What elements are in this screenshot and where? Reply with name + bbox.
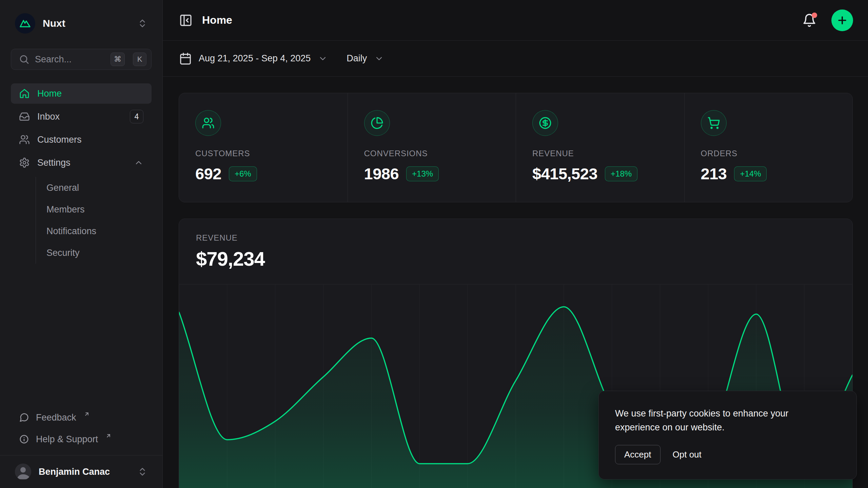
stat-delta-badge: +18% [605,166,637,181]
external-link-icon [105,433,112,439]
cookie-message: We use first-party cookies to enhance yo… [615,407,829,434]
search-icon [19,54,29,65]
dashboard-app: Nuxt ⌘ K Home Inb [0,0,868,488]
sidebar-footer: Feedback Help & Support [11,408,152,455]
sidebar-item-notifications[interactable]: Notifications [36,220,152,242]
avatar [15,464,31,480]
user-group-icon [195,110,221,136]
stat-conversions[interactable]: CONVERSIONS 1986 +13% [348,93,516,202]
user-name: Benjamin Canac [39,467,130,477]
search-input[interactable] [35,54,105,65]
subnav-label: Members [46,204,85,215]
page-title: Home [202,14,802,26]
feedback-label: Feedback [36,412,76,423]
command-kbd: ⌘ [111,53,125,66]
sidebar-item-home[interactable]: Home [11,83,152,104]
cookie-banner: We use first-party cookies to enhance yo… [598,391,857,480]
subnav-label: Security [46,248,80,258]
stat-label: ORDERS [701,149,836,158]
sidebar-item-label: Settings [37,158,71,168]
sidebar-spacer [11,264,152,408]
accept-button[interactable]: Accept [615,445,660,464]
cookie-actions: Accept Opt out [615,445,840,464]
chevrons-up-down-icon [137,467,147,477]
settings-subnav: General Members Notifications Security [36,177,152,264]
sidebar-item-label: Home [37,88,62,99]
granularity-label: Daily [347,53,367,64]
stat-delta-badge: +6% [229,166,257,181]
help-support-link[interactable]: Help & Support [11,429,152,449]
sidebar-item-customers[interactable]: Customers [11,129,152,150]
subnav-label: Notifications [46,226,96,237]
home-icon [19,88,30,99]
stat-value: 1986 [364,164,399,183]
sidebar: Nuxt ⌘ K Home Inb [0,0,163,488]
search-input-wrap[interactable]: ⌘ K [11,49,152,70]
page-header: Home [163,0,868,41]
add-button[interactable] [831,9,853,31]
user-menu[interactable]: Benjamin Canac [11,455,152,488]
gear-icon [19,157,30,168]
revenue-chart-label: REVENUE [196,233,833,243]
users-icon [19,134,30,145]
revenue-chart-header: REVENUE $79,234 [179,219,852,270]
cart-icon [701,110,727,136]
stat-value: 213 [701,164,727,183]
sidebar-collapse-button[interactable] [179,14,193,27]
chevrons-up-down-icon [137,18,147,28]
circle-dollar-icon [532,110,558,136]
revenue-chart-value: $79,234 [196,247,833,270]
filters-toolbar: Aug 21, 2025 - Sep 4, 2025 Daily [163,41,868,77]
sidebar-nav: Home Inbox 4 Customers Settings [11,83,152,264]
subnav-label: General [46,183,79,193]
granularity-select[interactable]: Daily [347,53,384,64]
chevron-down-icon [374,54,384,63]
stat-label: REVENUE [532,149,668,158]
chevron-down-icon [318,54,328,63]
sidebar-item-members[interactable]: Members [36,199,152,220]
stat-delta-badge: +14% [734,166,767,181]
notification-dot [812,13,817,18]
nuxt-logo [15,13,35,34]
external-link-icon [84,411,90,417]
stat-value: $415,523 [532,164,597,183]
panel-left-close-icon [179,14,193,27]
sidebar-item-inbox[interactable]: Inbox 4 [11,106,152,127]
stat-label: CONVERSIONS [364,149,500,158]
sidebar-item-security[interactable]: Security [36,242,152,264]
date-range-button[interactable]: Aug 21, 2025 - Sep 4, 2025 [179,52,328,65]
pie-chart-icon [364,110,390,136]
opt-out-button[interactable]: Opt out [673,449,702,460]
info-icon [19,434,29,444]
stat-delta-badge: +13% [406,166,439,181]
plus-icon [836,15,848,26]
stats-row: CUSTOMERS 692 +6% CONVERSIONS 1986 +13% [179,93,853,202]
stat-value: 692 [195,164,221,183]
sidebar-item-label: Customers [37,135,82,145]
inbox-icon [19,111,30,122]
sidebar-item-settings[interactable]: Settings [11,152,152,173]
stat-revenue[interactable]: REVENUE $415,523 +18% [516,93,684,202]
workspace-name: Nuxt [43,18,130,29]
date-range-label: Aug 21, 2025 - Sep 4, 2025 [199,53,311,64]
chat-bubble-icon [19,412,29,423]
inbox-count-badge: 4 [130,110,143,123]
stat-customers[interactable]: CUSTOMERS 692 +6% [179,93,348,202]
k-kbd: K [133,53,146,66]
chevron-up-icon [134,158,143,167]
help-support-label: Help & Support [36,434,98,445]
sidebar-item-general[interactable]: General [36,177,152,199]
feedback-link[interactable]: Feedback [11,408,152,427]
stat-label: CUSTOMERS [195,149,331,158]
workspace-switcher[interactable]: Nuxt [11,12,152,35]
stat-orders[interactable]: ORDERS 213 +14% [684,93,853,202]
sidebar-item-label: Inbox [37,111,60,122]
notifications-button[interactable] [802,13,816,27]
calendar-icon [179,52,192,65]
